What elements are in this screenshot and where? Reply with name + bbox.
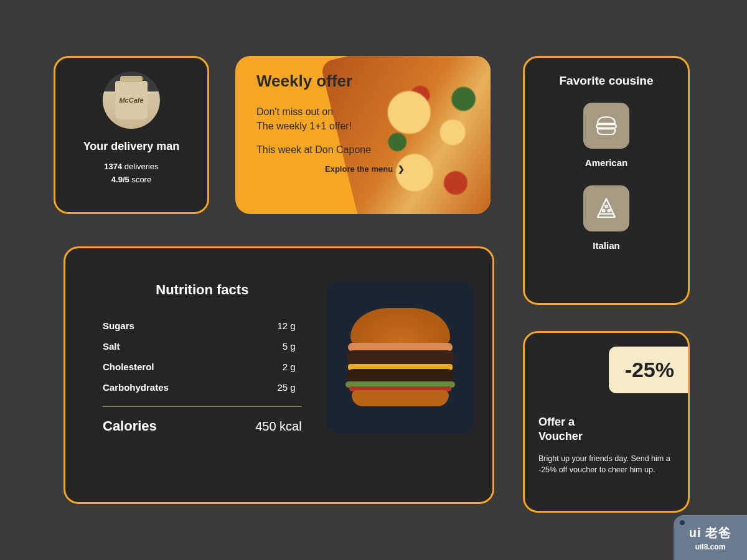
nutrition-row: Sugars 12 g [103,315,302,336]
voucher-badge: -25% [609,347,690,393]
voucher-title: Offer a Voucher [538,415,674,444]
cuisine-item-italian[interactable]: Italian [583,185,629,251]
watermark: ui 老爸 uil8.com [674,515,747,560]
offer-week: This week at Don Capone [256,144,418,156]
delivery-man-card: McCafé Your delivery man 1374 deliveries… [54,56,209,214]
delivery-count: 1374 deliveries [104,162,158,171]
watermark-top: ui 老爸 [689,525,731,541]
offer-description: Don't miss out on The weekly 1+1 offer! [256,105,418,133]
delivery-avatar: McCafé [103,72,160,129]
svg-point-3 [608,210,611,212]
voucher-card[interactable]: -25% Offer a Voucher Bright up your frie… [523,331,690,513]
svg-point-2 [603,210,605,212]
svg-point-1 [605,205,608,208]
cuisine-label: American [585,157,627,168]
nutrition-row: Carbohydrates 25 g [103,377,302,398]
svg-rect-0 [596,124,616,128]
delivery-bag-icon: McCafé [115,81,148,119]
favorite-cuisine-card: Favorite cousine American [523,56,690,305]
divider [103,406,302,407]
calories-row: Calories 450 kcal [103,418,302,434]
delivery-score: 4.9/5 score [111,175,151,184]
explore-menu-label: Explore the menu [325,164,393,174]
burger-icon [583,103,629,149]
voucher-description: Bright up your friends day. Send him a -… [538,453,674,475]
delivery-title: Your delivery man [83,140,180,153]
chevron-right-icon: ❯ [398,164,405,174]
nutrition-title: Nutrition facts [103,282,302,298]
explore-menu-button[interactable]: Explore the menu ❯ [325,164,405,174]
nutrition-card: Nutrition facts Sugars 12 g Salt 5 g Cho… [63,246,494,504]
bag-label: McCafé [119,96,143,104]
burger-image [327,282,474,434]
nutrition-row: Cholesterol 2 g [103,357,302,377]
watermark-bottom: uil8.com [695,543,726,551]
weekly-offer-card: Weekly offer Don't miss out on The weekl… [235,56,491,214]
offer-title: Weekly offer [256,72,418,91]
cuisine-label: Italian [593,240,619,251]
pizza-slice-icon [583,185,629,231]
nutrition-row: Salt 5 g [103,336,302,357]
cuisine-item-american[interactable]: American [583,103,629,168]
cuisine-title: Favorite cousine [560,74,654,88]
